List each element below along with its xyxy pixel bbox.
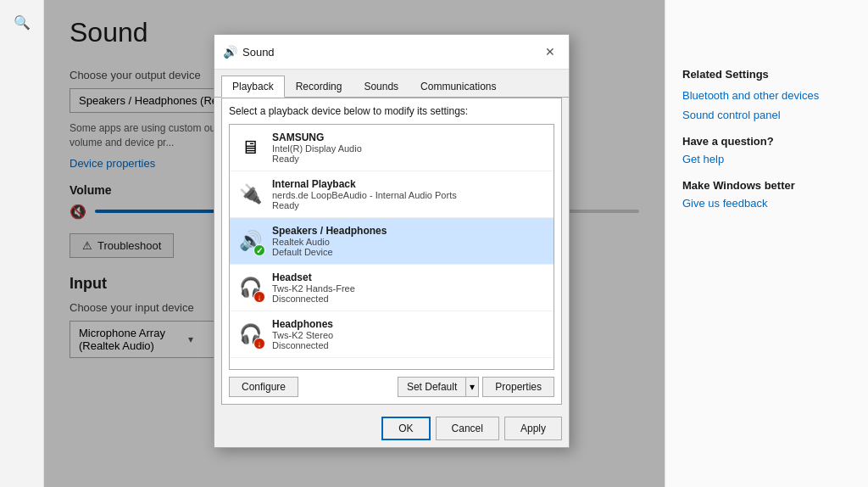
speakers-name: Speakers / Headphones — [272, 225, 548, 237]
list-item[interactable]: 🎧 ↓ Headset Tws-K2 Hands-Free Disconnect… — [230, 265, 554, 311]
dialog-tabs: Playback Recording Sounds Communications — [214, 70, 569, 98]
dialog-titlebar: 🔊 Sound ✕ — [214, 35, 569, 70]
headset-info: Headset Tws-K2 Hands-Free Disconnected — [272, 271, 548, 304]
headset-sub: Tws-K2 Hands-Free — [272, 283, 548, 294]
internal-playback-name: Internal Playback — [272, 178, 548, 190]
headphones-name: Headphones — [272, 318, 548, 330]
dialog-close-button[interactable]: ✕ — [540, 42, 560, 62]
dialog-actions: Configure Set Default ▾ Properties — [229, 377, 554, 397]
list-item[interactable]: 🎧 ↓ Headphones Tws-K2 Stereo Disconnecte… — [230, 311, 554, 358]
speakers-status: Default Device — [272, 247, 548, 257]
tab-communications[interactable]: Communications — [409, 76, 507, 98]
samsung-status: Ready — [272, 154, 548, 164]
bluetooth-link[interactable]: Bluetooth and other devices — [682, 89, 851, 102]
set-default-group: Set Default ▾ — [398, 377, 479, 397]
sound-control-link[interactable]: Sound control panel — [682, 109, 851, 121]
device-list: 🖥 SAMSUNG Intel(R) Display Audio Ready 🔌… — [229, 124, 554, 370]
internal-playback-icon: 🔌 — [235, 179, 265, 210]
set-default-button[interactable]: Set Default — [398, 377, 465, 397]
samsung-icon: 🖥 — [235, 132, 265, 163]
dialog-footer: OK Cancel Apply — [214, 411, 569, 447]
speakers-sub: Realtek Audio — [272, 237, 548, 247]
dialog-instruction: Select a playback device below to modify… — [229, 105, 554, 117]
right-panel: Related Settings Bluetooth and other dev… — [665, 0, 868, 487]
related-settings-title: Related Settings — [682, 68, 851, 81]
sidebar: 🔍 — [0, 0, 44, 487]
samsung-info: SAMSUNG Intel(R) Display Audio Ready — [272, 132, 548, 164]
list-item[interactable]: 🔌 Internal Playback nerds.de LoopBeAudio… — [230, 171, 554, 218]
feedback-link[interactable]: Give us feedback — [682, 197, 851, 210]
headphones-status: Disconnected — [272, 340, 548, 350]
tab-recording[interactable]: Recording — [285, 76, 353, 98]
apply-button[interactable]: Apply — [504, 417, 562, 440]
internal-playback-sub: nerds.de LoopBeAudio - Internal Audio Po… — [272, 190, 548, 200]
internal-playback-status: Ready — [272, 200, 548, 210]
dialog-body: Select a playback device below to modify… — [221, 98, 562, 405]
disconnected-badge: ↓ — [253, 291, 265, 303]
headphones-icon: 🎧 ↓ — [235, 319, 265, 350]
properties-button[interactable]: Properties — [482, 377, 554, 397]
list-item[interactable]: 🔊 ✓ Speakers / Headphones Realtek Audio … — [230, 218, 554, 265]
speakers-info: Speakers / Headphones Realtek Audio Defa… — [272, 225, 548, 257]
headphones-info: Headphones Tws-K2 Stereo Disconnected — [272, 318, 548, 350]
headset-icon: 🎧 ↓ — [235, 272, 265, 303]
disconnected-badge2: ↓ — [253, 338, 265, 350]
tab-playback[interactable]: Playback — [221, 76, 285, 98]
have-question-title: Have a question? — [682, 135, 851, 148]
configure-button[interactable]: Configure — [229, 377, 298, 397]
headphones-sub: Tws-K2 Stereo — [272, 330, 548, 340]
headset-name: Headset — [272, 271, 548, 283]
set-default-dropdown[interactable]: ▾ — [465, 377, 479, 397]
cancel-button[interactable]: Cancel — [436, 417, 499, 440]
dialog-title: Sound — [242, 46, 275, 59]
make-better-title: Make Windows better — [682, 179, 851, 192]
sound-dialog: 🔊 Sound ✕ Playback Recording Sounds Comm… — [214, 34, 570, 448]
default-badge: ✓ — [253, 244, 265, 256]
samsung-sub: Intel(R) Display Audio — [272, 143, 548, 154]
ok-button[interactable]: OK — [381, 417, 430, 440]
main-content: Sound Choose your output device Speakers… — [44, 0, 665, 487]
dialog-title-area: 🔊 Sound — [223, 45, 275, 59]
get-help-link[interactable]: Get help — [682, 153, 851, 165]
samsung-name: SAMSUNG — [272, 132, 548, 143]
dialog-sound-icon: 🔊 — [223, 45, 237, 59]
internal-playback-info: Internal Playback nerds.de LoopBeAudio -… — [272, 178, 548, 210]
search-icon[interactable]: 🔍 — [8, 8, 36, 36]
headset-status: Disconnected — [272, 294, 548, 304]
tab-sounds[interactable]: Sounds — [353, 76, 409, 98]
list-item[interactable]: 🖥 SAMSUNG Intel(R) Display Audio Ready — [230, 125, 554, 171]
speakers-icon: 🔊 ✓ — [235, 226, 265, 256]
